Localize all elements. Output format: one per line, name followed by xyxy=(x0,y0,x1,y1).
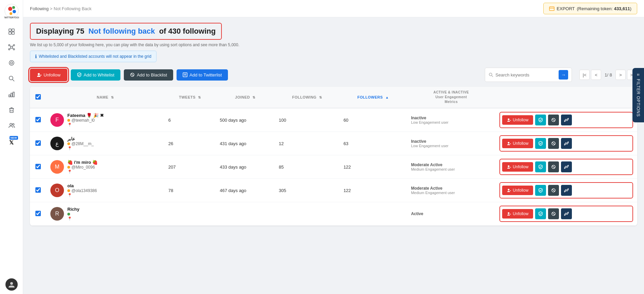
user-avatar[interactable] xyxy=(5,278,18,291)
svg-line-68 xyxy=(552,213,555,215)
block-row-button-0[interactable] xyxy=(548,115,559,125)
unfollow-label: Unfollow xyxy=(44,72,61,77)
info-banner: ℹ Whitelisted and Blacklisted accounts w… xyxy=(30,51,156,62)
user-handle-2: @Miro_0096 xyxy=(67,165,98,170)
col-followers[interactable]: FOLLOWERS ▲ xyxy=(340,87,407,108)
user-avatar-1: ع xyxy=(50,137,64,150)
row-status-2: Moderate Active xyxy=(411,162,491,167)
row-user-2: M 🍓 i'm miro 🍓 @Miro_0096 📍 xyxy=(46,155,164,179)
twitterlist-button[interactable]: Add to Twitterlist xyxy=(177,69,228,81)
new-badge: NEW xyxy=(10,136,18,140)
whitelist-row-button-2[interactable] xyxy=(535,161,546,172)
row-checkbox-2[interactable] xyxy=(35,164,41,169)
block-row-button-1[interactable] xyxy=(548,138,559,149)
link-row-button-0[interactable] xyxy=(561,115,572,125)
user-location-1: 📍 xyxy=(67,146,94,151)
unfollow-button-3[interactable]: Unfollow xyxy=(502,186,533,195)
row-actions-3: Unfollow xyxy=(495,179,637,202)
breadcrumb: Following > Not Following Back xyxy=(30,6,92,11)
row-following-1: 12 xyxy=(275,132,340,155)
blacklist-button[interactable]: Add to Blacklist xyxy=(124,69,173,81)
col-tweets[interactable]: TWEETS ⇅ xyxy=(164,87,216,108)
sidebar-network[interactable] xyxy=(5,41,18,54)
block-row-button-2[interactable] xyxy=(548,161,559,172)
row-check-2 xyxy=(30,155,46,179)
unfollow-button-2[interactable]: Unfollow xyxy=(502,162,533,172)
sidebar-x[interactable]: 𝕏 NEW xyxy=(5,136,18,149)
sidebar-circle[interactable] xyxy=(5,56,18,69)
row-checkbox-1[interactable] xyxy=(35,140,41,146)
whitelist-label: Add to Whitelist xyxy=(84,72,114,77)
sidebar-chart[interactable] xyxy=(5,88,18,101)
block-row-icon-3 xyxy=(551,188,556,193)
svg-rect-24 xyxy=(11,93,12,97)
row-actions-0: Unfollow xyxy=(495,108,637,132)
breadcrumb-following[interactable]: Following xyxy=(30,6,49,11)
row-checkbox-4[interactable] xyxy=(35,211,41,216)
row-checkbox-0[interactable] xyxy=(35,117,41,122)
user-avatar-3: O xyxy=(50,184,64,197)
whitelist-row-button-4[interactable] xyxy=(535,208,546,219)
svg-line-63 xyxy=(552,189,555,192)
select-all-checkbox[interactable] xyxy=(35,94,41,100)
top-bar: Following > Not Following Back EXPORT (R… xyxy=(23,0,644,17)
link-row-button-2[interactable] xyxy=(561,161,572,172)
user-display-name-4: Richy xyxy=(67,207,79,212)
col-joined[interactable]: JOINED ⇅ xyxy=(216,87,275,108)
info-icon: ℹ xyxy=(35,54,37,59)
filter-icon: ≡ xyxy=(636,73,641,76)
search-input[interactable] xyxy=(495,72,557,77)
link-row-icon-3 xyxy=(564,188,569,193)
sidebar-dashboard[interactable] xyxy=(5,25,18,38)
svg-line-69 xyxy=(566,213,567,214)
col-name[interactable]: NAME ⇅ xyxy=(46,87,164,108)
breadcrumb-separator: > xyxy=(50,6,54,11)
table-row: F Fateema 🌹 🎉 ✖ @teemah_l0 📍 6 500 days … xyxy=(30,108,637,132)
display-prefix: Displaying 75 xyxy=(36,27,84,35)
col-following[interactable]: FOLLOWING ⇅ xyxy=(275,87,340,108)
user-location-3: 📍 xyxy=(67,193,97,197)
sidebar-trash[interactable] xyxy=(5,103,18,116)
block-row-icon-2 xyxy=(551,165,556,169)
bulk-unfollow-button[interactable]: Unfollow xyxy=(30,69,67,81)
followers-sort-icon: ▲ xyxy=(385,96,389,99)
row-user-3: O ola @ola1349386 📍 xyxy=(46,179,164,202)
name-sort-icon: ⇅ xyxy=(111,96,114,99)
user-display-name-3: ola xyxy=(67,183,97,188)
link-row-button-1[interactable] xyxy=(561,138,572,149)
svg-rect-6 xyxy=(9,29,11,31)
search-submit-button[interactable]: → xyxy=(559,70,568,80)
table-row: M 🍓 i'm miro 🍓 @Miro_0096 📍 207 433 days… xyxy=(30,155,637,179)
sidebar-people[interactable] xyxy=(5,119,18,132)
link-row-button-4[interactable] xyxy=(561,208,572,219)
whitelist-row-button-3[interactable] xyxy=(535,185,546,196)
row-tweets-2: 207 xyxy=(164,155,216,179)
export-button[interactable]: EXPORT (Remaining token: 433,611) xyxy=(543,3,637,14)
block-row-button-3[interactable] xyxy=(548,185,559,196)
user-details-1: عابر @28M__m_ 📍 xyxy=(67,136,94,151)
svg-point-45 xyxy=(508,119,510,120)
whitelist-row-button-0[interactable] xyxy=(535,115,546,125)
first-page-button[interactable]: |< xyxy=(579,70,590,80)
link-row-icon-2 xyxy=(564,165,569,169)
user-details-0: Fateema 🌹 🎉 ✖ @teemah_l0 📍 xyxy=(67,113,104,127)
sidebar-search[interactable] xyxy=(5,72,18,85)
filter-panel[interactable]: ≡ FILTER OPTIONS xyxy=(632,68,644,122)
block-row-button-4[interactable] xyxy=(548,208,559,219)
whitelist-row-button-1[interactable] xyxy=(535,138,546,149)
svg-line-16 xyxy=(12,46,13,47)
svg-point-19 xyxy=(9,60,14,65)
svg-line-58 xyxy=(552,166,555,168)
unfollow-button-4[interactable]: Unfollow xyxy=(502,209,533,219)
svg-line-48 xyxy=(552,119,555,121)
user-details-3: ola @ola1349386 📍 xyxy=(67,183,97,197)
prev-page-button[interactable]: < xyxy=(591,70,601,80)
next-page-button[interactable]: > xyxy=(615,70,626,80)
unfollow-button-0[interactable]: Unfollow xyxy=(502,115,533,125)
row-checkbox-3[interactable] xyxy=(35,187,41,193)
unfollow-button-1[interactable]: Unfollow xyxy=(502,139,533,148)
whitelist-button[interactable]: Add to Whitelist xyxy=(71,69,120,81)
link-row-button-3[interactable] xyxy=(561,185,572,196)
unfollow-row-icon-1 xyxy=(507,141,511,145)
status-dot-0 xyxy=(67,119,70,122)
